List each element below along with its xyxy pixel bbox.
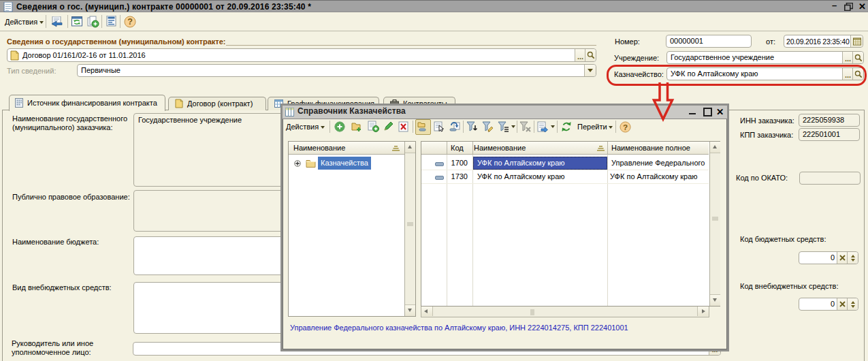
svg-text:?: ? bbox=[623, 123, 628, 132]
svg-text:?: ? bbox=[127, 17, 133, 27]
